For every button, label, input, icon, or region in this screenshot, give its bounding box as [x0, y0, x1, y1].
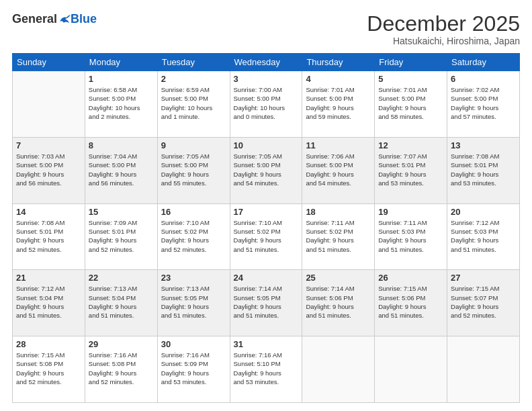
day-info: Sunrise: 7:15 AM Sunset: 5:07 PM Dayligh…	[451, 284, 516, 320]
calendar-cell: 19Sunrise: 7:11 AM Sunset: 5:03 PM Dayli…	[375, 203, 447, 270]
day-info: Sunrise: 7:16 AM Sunset: 5:10 PM Dayligh…	[234, 351, 299, 386]
day-info: Sunrise: 7:08 AM Sunset: 5:01 PM Dayligh…	[16, 218, 81, 254]
day-number: 13	[451, 140, 516, 150]
day-number: 27	[451, 273, 516, 283]
day-info: Sunrise: 7:05 AM Sunset: 5:00 PM Dayligh…	[234, 152, 299, 187]
day-info: Sunrise: 7:08 AM Sunset: 5:01 PM Dayligh…	[451, 152, 516, 187]
day-info: Sunrise: 7:14 AM Sunset: 5:06 PM Dayligh…	[306, 284, 371, 320]
logo-bird-icon	[58, 15, 71, 24]
day-info: Sunrise: 7:04 AM Sunset: 5:00 PM Dayligh…	[89, 152, 154, 187]
calendar-cell: 6Sunrise: 7:02 AM Sunset: 5:00 PM Daylig…	[447, 71, 520, 138]
day-number: 2	[161, 74, 226, 84]
logo: General Blue	[12, 12, 97, 26]
day-info: Sunrise: 7:16 AM Sunset: 5:08 PM Dayligh…	[89, 351, 154, 386]
calendar-week-row: 28Sunrise: 7:15 AM Sunset: 5:08 PM Dayli…	[13, 336, 520, 403]
month-title: December 2025	[367, 12, 520, 36]
day-info: Sunrise: 7:00 AM Sunset: 5:00 PM Dayligh…	[234, 85, 299, 121]
day-info: Sunrise: 7:16 AM Sunset: 5:09 PM Dayligh…	[161, 351, 226, 386]
calendar-cell	[375, 336, 447, 403]
calendar-cell: 13Sunrise: 7:08 AM Sunset: 5:01 PM Dayli…	[447, 137, 520, 203]
calendar-header-row: SundayMondayTuesdayWednesdayThursdayFrid…	[13, 54, 520, 71]
day-number: 16	[161, 207, 226, 217]
day-number: 10	[234, 140, 299, 150]
day-number: 23	[161, 273, 226, 283]
day-info: Sunrise: 7:11 AM Sunset: 5:02 PM Dayligh…	[306, 218, 371, 254]
calendar-cell: 8Sunrise: 7:04 AM Sunset: 5:00 PM Daylig…	[85, 137, 157, 203]
calendar-cell: 31Sunrise: 7:16 AM Sunset: 5:10 PM Dayli…	[230, 336, 302, 403]
calendar-header-friday: Friday	[375, 54, 447, 71]
calendar-cell: 20Sunrise: 7:12 AM Sunset: 5:03 PM Dayli…	[447, 203, 520, 270]
day-number: 1	[89, 74, 154, 84]
logo-general-text: General	[12, 12, 57, 26]
day-info: Sunrise: 7:15 AM Sunset: 5:06 PM Dayligh…	[378, 284, 443, 320]
day-number: 31	[234, 339, 299, 349]
calendar-cell: 21Sunrise: 7:12 AM Sunset: 5:04 PM Dayli…	[13, 270, 85, 336]
calendar-header-wednesday: Wednesday	[230, 54, 302, 71]
calendar-cell: 17Sunrise: 7:10 AM Sunset: 5:02 PM Dayli…	[230, 203, 302, 270]
day-number: 17	[234, 207, 299, 217]
day-info: Sunrise: 7:07 AM Sunset: 5:01 PM Dayligh…	[378, 152, 443, 187]
calendar-header-saturday: Saturday	[447, 54, 520, 71]
calendar-cell: 22Sunrise: 7:13 AM Sunset: 5:04 PM Dayli…	[85, 270, 157, 336]
day-info: Sunrise: 7:10 AM Sunset: 5:02 PM Dayligh…	[161, 218, 226, 254]
day-number: 4	[306, 74, 371, 84]
day-number: 3	[234, 74, 299, 84]
day-number: 9	[161, 140, 226, 150]
calendar-cell: 24Sunrise: 7:14 AM Sunset: 5:05 PM Dayli…	[230, 270, 302, 336]
day-info: Sunrise: 7:10 AM Sunset: 5:02 PM Dayligh…	[234, 218, 299, 254]
calendar-week-row: 1Sunrise: 6:58 AM Sunset: 5:00 PM Daylig…	[13, 71, 520, 138]
day-number: 29	[89, 339, 154, 349]
day-info: Sunrise: 7:14 AM Sunset: 5:05 PM Dayligh…	[234, 284, 299, 320]
day-number: 18	[306, 207, 371, 217]
calendar-cell: 12Sunrise: 7:07 AM Sunset: 5:01 PM Dayli…	[375, 137, 447, 203]
calendar-cell: 1Sunrise: 6:58 AM Sunset: 5:00 PM Daylig…	[85, 71, 157, 138]
day-number: 25	[306, 273, 371, 283]
day-number: 19	[378, 207, 443, 217]
calendar-cell: 16Sunrise: 7:10 AM Sunset: 5:02 PM Dayli…	[157, 203, 230, 270]
day-number: 15	[89, 207, 154, 217]
calendar-week-row: 14Sunrise: 7:08 AM Sunset: 5:01 PM Dayli…	[13, 203, 520, 270]
day-info: Sunrise: 7:06 AM Sunset: 5:00 PM Dayligh…	[306, 152, 371, 187]
calendar-cell: 2Sunrise: 6:59 AM Sunset: 5:00 PM Daylig…	[157, 71, 230, 138]
title-block: December 2025 Hatsukaichi, Hiroshima, Ja…	[367, 12, 520, 46]
location-title: Hatsukaichi, Hiroshima, Japan	[367, 36, 520, 46]
day-info: Sunrise: 7:01 AM Sunset: 5:00 PM Dayligh…	[306, 85, 371, 121]
day-number: 28	[16, 339, 81, 349]
day-info: Sunrise: 6:59 AM Sunset: 5:00 PM Dayligh…	[161, 85, 226, 121]
day-number: 26	[378, 273, 443, 283]
header: General Blue December 2025 Hatsukaichi, …	[12, 12, 520, 46]
day-info: Sunrise: 7:05 AM Sunset: 5:00 PM Dayligh…	[161, 152, 226, 187]
day-info: Sunrise: 7:13 AM Sunset: 5:04 PM Dayligh…	[89, 284, 154, 320]
day-info: Sunrise: 7:12 AM Sunset: 5:04 PM Dayligh…	[16, 284, 81, 320]
calendar-cell: 5Sunrise: 7:01 AM Sunset: 5:00 PM Daylig…	[375, 71, 447, 138]
calendar-cell	[13, 71, 85, 138]
calendar-header-sunday: Sunday	[13, 54, 85, 71]
page: General Blue December 2025 Hatsukaichi, …	[0, 0, 532, 411]
calendar-cell: 27Sunrise: 7:15 AM Sunset: 5:07 PM Dayli…	[447, 270, 520, 336]
day-number: 24	[234, 273, 299, 283]
calendar-cell: 26Sunrise: 7:15 AM Sunset: 5:06 PM Dayli…	[375, 270, 447, 336]
day-info: Sunrise: 7:09 AM Sunset: 5:01 PM Dayligh…	[89, 218, 154, 254]
day-number: 21	[16, 273, 81, 283]
calendar-header-tuesday: Tuesday	[157, 54, 230, 71]
calendar-week-row: 7Sunrise: 7:03 AM Sunset: 5:00 PM Daylig…	[13, 137, 520, 203]
calendar-cell: 11Sunrise: 7:06 AM Sunset: 5:00 PM Dayli…	[302, 137, 375, 203]
day-number: 5	[378, 74, 443, 84]
day-info: Sunrise: 7:12 AM Sunset: 5:03 PM Dayligh…	[451, 218, 516, 254]
day-info: Sunrise: 6:58 AM Sunset: 5:00 PM Dayligh…	[89, 85, 154, 121]
calendar-cell: 4Sunrise: 7:01 AM Sunset: 5:00 PM Daylig…	[302, 71, 375, 138]
day-number: 12	[378, 140, 443, 150]
logo-blue-text: Blue	[71, 12, 97, 26]
calendar-cell: 23Sunrise: 7:13 AM Sunset: 5:05 PM Dayli…	[157, 270, 230, 336]
calendar: SundayMondayTuesdayWednesdayThursdayFrid…	[12, 53, 520, 403]
calendar-week-row: 21Sunrise: 7:12 AM Sunset: 5:04 PM Dayli…	[13, 270, 520, 336]
calendar-header-monday: Monday	[85, 54, 157, 71]
day-number: 8	[89, 140, 154, 150]
day-info: Sunrise: 7:13 AM Sunset: 5:05 PM Dayligh…	[161, 284, 226, 320]
calendar-cell: 30Sunrise: 7:16 AM Sunset: 5:09 PM Dayli…	[157, 336, 230, 403]
calendar-cell: 25Sunrise: 7:14 AM Sunset: 5:06 PM Dayli…	[302, 270, 375, 336]
calendar-cell	[302, 336, 375, 403]
day-info: Sunrise: 7:01 AM Sunset: 5:00 PM Dayligh…	[378, 85, 443, 121]
calendar-cell: 28Sunrise: 7:15 AM Sunset: 5:08 PM Dayli…	[13, 336, 85, 403]
calendar-cell: 18Sunrise: 7:11 AM Sunset: 5:02 PM Dayli…	[302, 203, 375, 270]
